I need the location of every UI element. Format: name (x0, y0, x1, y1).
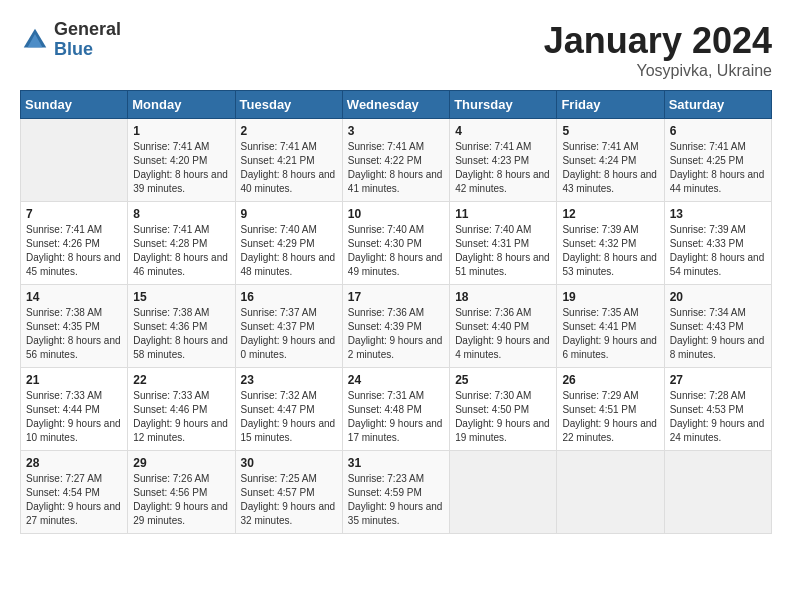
page-header: General Blue January 2024 Yosypivka, Ukr… (20, 20, 772, 80)
day-cell (21, 119, 128, 202)
day-cell: 31Sunrise: 7:23 AM Sunset: 4:59 PM Dayli… (342, 451, 449, 534)
day-info: Sunrise: 7:33 AM Sunset: 4:44 PM Dayligh… (26, 389, 122, 445)
day-info: Sunrise: 7:40 AM Sunset: 4:31 PM Dayligh… (455, 223, 551, 279)
logo: General Blue (20, 20, 121, 60)
day-info: Sunrise: 7:31 AM Sunset: 4:48 PM Dayligh… (348, 389, 444, 445)
day-cell: 21Sunrise: 7:33 AM Sunset: 4:44 PM Dayli… (21, 368, 128, 451)
header-day-tuesday: Tuesday (235, 91, 342, 119)
day-info: Sunrise: 7:40 AM Sunset: 4:29 PM Dayligh… (241, 223, 337, 279)
day-info: Sunrise: 7:38 AM Sunset: 4:36 PM Dayligh… (133, 306, 229, 362)
day-number: 7 (26, 207, 122, 221)
day-info: Sunrise: 7:30 AM Sunset: 4:50 PM Dayligh… (455, 389, 551, 445)
day-number: 9 (241, 207, 337, 221)
logo-blue: Blue (54, 40, 121, 60)
day-number: 31 (348, 456, 444, 470)
day-number: 25 (455, 373, 551, 387)
day-info: Sunrise: 7:27 AM Sunset: 4:54 PM Dayligh… (26, 472, 122, 528)
day-cell: 7Sunrise: 7:41 AM Sunset: 4:26 PM Daylig… (21, 202, 128, 285)
day-cell: 23Sunrise: 7:32 AM Sunset: 4:47 PM Dayli… (235, 368, 342, 451)
day-cell: 12Sunrise: 7:39 AM Sunset: 4:32 PM Dayli… (557, 202, 664, 285)
day-cell: 6Sunrise: 7:41 AM Sunset: 4:25 PM Daylig… (664, 119, 771, 202)
day-cell: 1Sunrise: 7:41 AM Sunset: 4:20 PM Daylig… (128, 119, 235, 202)
day-info: Sunrise: 7:41 AM Sunset: 4:20 PM Dayligh… (133, 140, 229, 196)
logo-general: General (54, 20, 121, 40)
day-number: 15 (133, 290, 229, 304)
day-info: Sunrise: 7:41 AM Sunset: 4:24 PM Dayligh… (562, 140, 658, 196)
day-cell: 2Sunrise: 7:41 AM Sunset: 4:21 PM Daylig… (235, 119, 342, 202)
day-number: 28 (26, 456, 122, 470)
day-cell: 13Sunrise: 7:39 AM Sunset: 4:33 PM Dayli… (664, 202, 771, 285)
day-cell (450, 451, 557, 534)
day-info: Sunrise: 7:35 AM Sunset: 4:41 PM Dayligh… (562, 306, 658, 362)
day-info: Sunrise: 7:34 AM Sunset: 4:43 PM Dayligh… (670, 306, 766, 362)
header-day-friday: Friday (557, 91, 664, 119)
day-cell: 28Sunrise: 7:27 AM Sunset: 4:54 PM Dayli… (21, 451, 128, 534)
day-info: Sunrise: 7:26 AM Sunset: 4:56 PM Dayligh… (133, 472, 229, 528)
day-info: Sunrise: 7:39 AM Sunset: 4:32 PM Dayligh… (562, 223, 658, 279)
calendar-table: SundayMondayTuesdayWednesdayThursdayFrid… (20, 90, 772, 534)
day-number: 18 (455, 290, 551, 304)
month-title: January 2024 (544, 20, 772, 62)
week-row-1: 7Sunrise: 7:41 AM Sunset: 4:26 PM Daylig… (21, 202, 772, 285)
day-info: Sunrise: 7:41 AM Sunset: 4:25 PM Dayligh… (670, 140, 766, 196)
day-cell: 8Sunrise: 7:41 AM Sunset: 4:28 PM Daylig… (128, 202, 235, 285)
day-cell: 14Sunrise: 7:38 AM Sunset: 4:35 PM Dayli… (21, 285, 128, 368)
day-cell: 25Sunrise: 7:30 AM Sunset: 4:50 PM Dayli… (450, 368, 557, 451)
day-number: 2 (241, 124, 337, 138)
day-info: Sunrise: 7:33 AM Sunset: 4:46 PM Dayligh… (133, 389, 229, 445)
week-row-0: 1Sunrise: 7:41 AM Sunset: 4:20 PM Daylig… (21, 119, 772, 202)
day-number: 16 (241, 290, 337, 304)
day-cell: 18Sunrise: 7:36 AM Sunset: 4:40 PM Dayli… (450, 285, 557, 368)
header-row: SundayMondayTuesdayWednesdayThursdayFrid… (21, 91, 772, 119)
day-cell: 10Sunrise: 7:40 AM Sunset: 4:30 PM Dayli… (342, 202, 449, 285)
location: Yosypivka, Ukraine (544, 62, 772, 80)
day-cell: 4Sunrise: 7:41 AM Sunset: 4:23 PM Daylig… (450, 119, 557, 202)
day-cell (664, 451, 771, 534)
day-number: 1 (133, 124, 229, 138)
day-number: 26 (562, 373, 658, 387)
day-number: 12 (562, 207, 658, 221)
day-cell: 5Sunrise: 7:41 AM Sunset: 4:24 PM Daylig… (557, 119, 664, 202)
day-number: 21 (26, 373, 122, 387)
day-cell: 29Sunrise: 7:26 AM Sunset: 4:56 PM Dayli… (128, 451, 235, 534)
day-cell: 26Sunrise: 7:29 AM Sunset: 4:51 PM Dayli… (557, 368, 664, 451)
day-info: Sunrise: 7:29 AM Sunset: 4:51 PM Dayligh… (562, 389, 658, 445)
day-number: 19 (562, 290, 658, 304)
day-cell: 11Sunrise: 7:40 AM Sunset: 4:31 PM Dayli… (450, 202, 557, 285)
day-number: 29 (133, 456, 229, 470)
day-info: Sunrise: 7:41 AM Sunset: 4:26 PM Dayligh… (26, 223, 122, 279)
week-row-3: 21Sunrise: 7:33 AM Sunset: 4:44 PM Dayli… (21, 368, 772, 451)
day-info: Sunrise: 7:39 AM Sunset: 4:33 PM Dayligh… (670, 223, 766, 279)
day-number: 20 (670, 290, 766, 304)
day-cell: 20Sunrise: 7:34 AM Sunset: 4:43 PM Dayli… (664, 285, 771, 368)
day-info: Sunrise: 7:41 AM Sunset: 4:23 PM Dayligh… (455, 140, 551, 196)
day-info: Sunrise: 7:37 AM Sunset: 4:37 PM Dayligh… (241, 306, 337, 362)
day-number: 10 (348, 207, 444, 221)
day-number: 22 (133, 373, 229, 387)
day-info: Sunrise: 7:41 AM Sunset: 4:28 PM Dayligh… (133, 223, 229, 279)
header-day-monday: Monday (128, 91, 235, 119)
calendar-body: 1Sunrise: 7:41 AM Sunset: 4:20 PM Daylig… (21, 119, 772, 534)
day-info: Sunrise: 7:25 AM Sunset: 4:57 PM Dayligh… (241, 472, 337, 528)
week-row-4: 28Sunrise: 7:27 AM Sunset: 4:54 PM Dayli… (21, 451, 772, 534)
day-cell: 3Sunrise: 7:41 AM Sunset: 4:22 PM Daylig… (342, 119, 449, 202)
day-cell: 22Sunrise: 7:33 AM Sunset: 4:46 PM Dayli… (128, 368, 235, 451)
day-info: Sunrise: 7:36 AM Sunset: 4:39 PM Dayligh… (348, 306, 444, 362)
day-number: 5 (562, 124, 658, 138)
day-cell: 27Sunrise: 7:28 AM Sunset: 4:53 PM Dayli… (664, 368, 771, 451)
day-info: Sunrise: 7:32 AM Sunset: 4:47 PM Dayligh… (241, 389, 337, 445)
day-cell: 17Sunrise: 7:36 AM Sunset: 4:39 PM Dayli… (342, 285, 449, 368)
day-cell: 15Sunrise: 7:38 AM Sunset: 4:36 PM Dayli… (128, 285, 235, 368)
day-number: 27 (670, 373, 766, 387)
day-info: Sunrise: 7:41 AM Sunset: 4:21 PM Dayligh… (241, 140, 337, 196)
day-number: 13 (670, 207, 766, 221)
day-number: 11 (455, 207, 551, 221)
day-number: 24 (348, 373, 444, 387)
day-info: Sunrise: 7:23 AM Sunset: 4:59 PM Dayligh… (348, 472, 444, 528)
week-row-2: 14Sunrise: 7:38 AM Sunset: 4:35 PM Dayli… (21, 285, 772, 368)
day-number: 30 (241, 456, 337, 470)
day-info: Sunrise: 7:28 AM Sunset: 4:53 PM Dayligh… (670, 389, 766, 445)
day-cell: 16Sunrise: 7:37 AM Sunset: 4:37 PM Dayli… (235, 285, 342, 368)
day-info: Sunrise: 7:36 AM Sunset: 4:40 PM Dayligh… (455, 306, 551, 362)
day-number: 17 (348, 290, 444, 304)
